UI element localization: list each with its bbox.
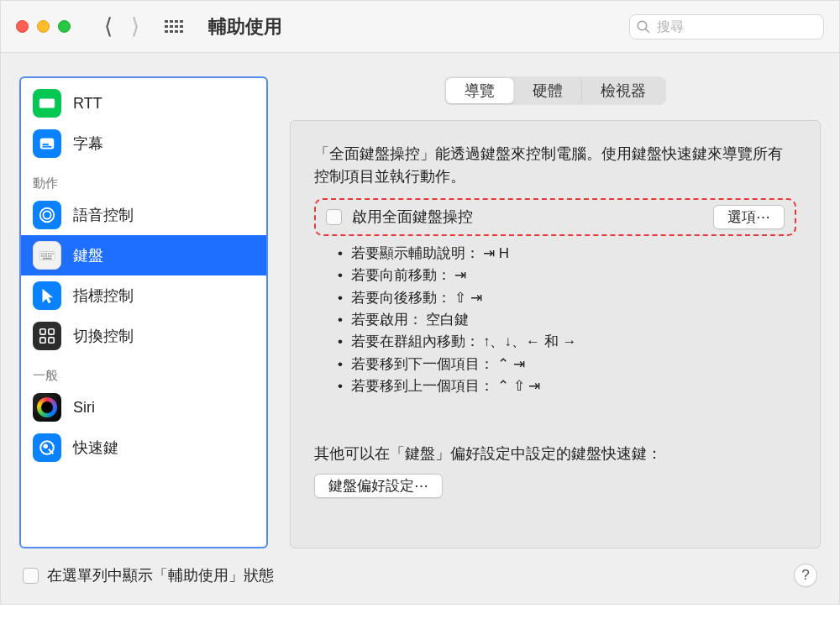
sidebar-item-label: RTT [73, 95, 102, 113]
svg-rect-12 [48, 253, 50, 254]
nav-back-button[interactable]: ⟨ [104, 13, 113, 39]
titlebar: ⟨ ⟩ 輔助使用 [1, 1, 839, 53]
svg-rect-2 [39, 99, 55, 108]
svg-rect-19 [50, 255, 52, 257]
panel-title: 輔助使用 [208, 14, 282, 39]
shortcut-item: 若要移到上一個項目：⌃ ⇧ ⇥ [334, 375, 796, 397]
svg-rect-20 [43, 258, 52, 260]
footer: 在選單列中顯示「輔助使用」狀態 ? [19, 560, 821, 590]
svg-rect-16 [43, 255, 45, 257]
shortcut-item: 若要移到下一個項目：⌃ ⇥ [334, 354, 796, 375]
shortcut-item: 若要向後移動：⇧ ⇥ [334, 287, 796, 309]
svg-rect-18 [48, 255, 50, 257]
tab-viewer[interactable]: 檢視器 [582, 78, 664, 103]
minimize-window-button[interactable] [37, 20, 50, 33]
show-in-menubar-label: 在選單列中顯示「輔助使用」狀態 [47, 565, 274, 585]
svg-point-0 [638, 21, 647, 30]
shortcut-list: 若要顯示輔助說明：⇥ H 若要向前移動：⇥ 若要向後移動：⇧ ⇥ 若要啟用：空白… [314, 243, 796, 397]
sidebar-item-rtt[interactable]: RTT [21, 83, 266, 123]
pointer-control-icon [33, 281, 61, 310]
shortcut-item: 若要顯示輔助說明：⇥ H [334, 243, 796, 265]
svg-point-26 [43, 443, 48, 449]
search-icon [636, 19, 651, 38]
svg-rect-21 [40, 329, 45, 334]
main-area: RTT 字幕 動作 語音控制 [19, 76, 821, 548]
sidebar[interactable]: RTT 字幕 動作 語音控制 [19, 76, 268, 548]
show-all-icon[interactable] [165, 20, 183, 34]
detail-pane: 導覽 硬體 檢視器 「全面鍵盤操控」能透過鍵盤來控制電腦。使用鍵盤快速鍵來導覽所… [290, 76, 821, 548]
detail-box: 「全面鍵盤操控」能透過鍵盤來控制電腦。使用鍵盤快速鍵來導覽所有控制項目並執行動作… [290, 120, 821, 548]
sidebar-item-keyboard[interactable]: 鍵盤 [21, 235, 266, 275]
sidebar-section-actions: 動作 [21, 164, 266, 195]
svg-rect-24 [49, 338, 54, 343]
sidebar-item-label: 指標控制 [73, 286, 134, 306]
tab-hardware[interactable]: 硬體 [514, 78, 582, 103]
search-input[interactable] [629, 14, 824, 39]
sidebar-item-label: 字幕 [73, 134, 103, 154]
preferences-window: ⟨ ⟩ 輔助使用 RTT [0, 0, 840, 605]
sidebar-item-switch-control[interactable]: 切換控制 [21, 316, 266, 356]
keyboard-icon [33, 241, 61, 270]
svg-rect-5 [43, 146, 52, 148]
siri-icon [33, 393, 61, 422]
enable-full-keyboard-label: 啟用全面鍵盤操控 [352, 206, 473, 228]
svg-point-7 [40, 208, 55, 223]
shortcut-item: 若要向前移動：⇥ [334, 265, 796, 286]
help-button[interactable]: ? [794, 564, 817, 587]
svg-rect-22 [49, 329, 54, 334]
zoom-window-button[interactable] [58, 20, 71, 33]
nav-arrows: ⟨ ⟩ [104, 13, 139, 39]
shortcut-item: 若要在群組內移動：↑、↓、← 和 → [334, 331, 796, 353]
sidebar-section-general: 一般 [21, 356, 266, 387]
shortcut-icon [33, 433, 61, 462]
search-wrap [629, 14, 824, 39]
svg-rect-23 [40, 338, 45, 343]
other-shortcuts-label: 其他可以在「鍵盤」偏好設定中設定的鍵盤快速鍵： [314, 443, 796, 465]
enable-full-keyboard-row: 啟用全面鍵盤操控 選項⋯ [314, 198, 796, 236]
svg-rect-17 [45, 255, 47, 257]
sidebar-item-siri[interactable]: Siri [21, 387, 266, 428]
show-in-menubar-checkbox[interactable] [23, 568, 39, 584]
svg-rect-11 [45, 253, 47, 254]
sidebar-item-subtitles[interactable]: 字幕 [21, 123, 266, 164]
svg-point-6 [43, 211, 50, 218]
svg-rect-9 [41, 253, 43, 254]
sidebar-item-label: 切換控制 [73, 326, 134, 346]
subtitles-icon [33, 129, 61, 158]
shortcut-item: 若要啟用：空白鍵 [334, 309, 796, 331]
svg-rect-10 [43, 253, 45, 254]
tab-control[interactable]: 導覽 硬體 檢視器 [444, 76, 666, 105]
options-button[interactable]: 選項⋯ [713, 205, 785, 229]
sidebar-item-label: 語音控制 [73, 205, 134, 225]
enable-full-keyboard-checkbox[interactable] [326, 209, 342, 225]
intro-text: 「全面鍵盤操控」能透過鍵盤來控制電腦。使用鍵盤快速鍵來導覽所有控制項目並執行動作… [314, 143, 796, 188]
svg-rect-15 [41, 255, 43, 257]
body: RTT 字幕 動作 語音控制 [1, 53, 839, 604]
switch-control-icon [33, 322, 61, 350]
sidebar-item-pointer-control[interactable]: 指標控制 [21, 275, 266, 316]
nav-forward-button: ⟩ [131, 13, 139, 39]
sidebar-item-voice-control[interactable]: 語音控制 [21, 195, 266, 235]
svg-line-1 [645, 29, 649, 33]
svg-rect-4 [43, 144, 49, 145]
sidebar-item-label: Siri [73, 399, 95, 417]
sidebar-item-label: 鍵盤 [73, 245, 103, 265]
svg-rect-14 [52, 253, 53, 254]
sidebar-item-label: 快速鍵 [73, 438, 118, 458]
rtt-icon [33, 89, 61, 118]
voice-control-icon [33, 201, 61, 229]
sidebar-item-shortcut[interactable]: 快速鍵 [21, 428, 266, 468]
tab-navigate[interactable]: 導覽 [446, 78, 514, 103]
close-window-button[interactable] [16, 20, 29, 33]
window-controls [16, 20, 71, 33]
keyboard-prefs-button[interactable]: 鍵盤偏好設定⋯ [314, 474, 443, 498]
svg-rect-13 [50, 253, 52, 254]
